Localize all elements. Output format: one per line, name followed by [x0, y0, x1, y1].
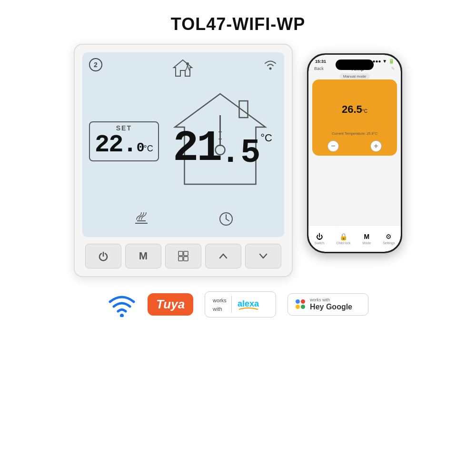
- page-title: TOL47-WIFI-WP: [0, 0, 476, 34]
- wifi-icon: [108, 292, 136, 316]
- svg-text:alexa: alexa: [238, 299, 259, 308]
- mode-button-label: M: [139, 250, 148, 262]
- right-section: 21 .5 °C: [163, 89, 278, 194]
- phone-mode-btn[interactable]: M Mode: [363, 233, 371, 245]
- alexa-logo-svg: alexa: [237, 296, 260, 313]
- mode-icon: M: [364, 233, 370, 240]
- thermostat-device: 2: [74, 44, 293, 277]
- google-hey-text: Hey Google: [310, 303, 352, 311]
- google-dots-icon: [296, 299, 306, 309]
- current-temp-display: 21 .5 °C: [173, 127, 272, 170]
- svg-rect-21: [184, 257, 188, 261]
- alexa-works-with-text: workswith: [213, 298, 227, 312]
- tuya-logo-text: Tuya: [156, 297, 185, 312]
- alexa-badge: workswith alexa: [205, 291, 276, 317]
- mode-button[interactable]: M: [125, 244, 161, 268]
- phone-screen: 15:31 ▲ ●●● ▼ 🔋 Back Temp ✎ Manual mode …: [308, 55, 401, 252]
- up-button[interactable]: [205, 244, 241, 268]
- left-section: SET 22. 0 °C: [89, 121, 158, 161]
- svg-point-6: [269, 68, 272, 70]
- wifi-badge: [108, 292, 136, 316]
- wifi-screen-icon: [263, 58, 278, 73]
- badges-row: Tuya workswith alexa works with Hey Goog…: [0, 291, 476, 317]
- back-button[interactable]: Back: [314, 66, 324, 71]
- smartphone: 15:31 ▲ ●●● ▼ 🔋 Back Temp ✎ Manual mode …: [307, 53, 402, 253]
- svg-marker-0: [174, 60, 192, 76]
- svg-point-1: [186, 62, 189, 65]
- google-works-with-text: works with: [310, 298, 352, 303]
- phone-plus-button[interactable]: +: [370, 140, 382, 152]
- phone-settings-btn[interactable]: ⚙ Settings: [383, 233, 395, 245]
- set-temp-unit: °C: [143, 144, 153, 154]
- childlock-icon: 🔒: [339, 233, 347, 240]
- svg-point-22: [120, 314, 124, 317]
- phone-bottom-bar: ⏻ Switch 🔒 Child lock M Mode ⚙ Settings: [308, 225, 401, 252]
- edit-icon[interactable]: ✎: [391, 66, 395, 71]
- current-temp-decimal: .5: [220, 137, 260, 170]
- settings-icon: ⚙: [386, 233, 392, 240]
- button-row: M: [82, 244, 284, 268]
- switch-icon: ⏻: [316, 233, 323, 240]
- phone-minus-button[interactable]: −: [327, 140, 339, 152]
- svg-rect-19: [184, 251, 188, 256]
- phone-switch-btn[interactable]: ⏻ Switch: [315, 233, 325, 245]
- childlock-label: Child lock: [336, 241, 350, 245]
- mode-badge[interactable]: Manual mode: [339, 73, 370, 79]
- settings-label: Settings: [383, 241, 395, 245]
- main-area: 2: [0, 44, 476, 277]
- phone-current-temp-label: Current Temperature: 25.9°C: [332, 131, 377, 136]
- phone-temp-circle: 26.5 °C: [328, 90, 381, 129]
- svg-rect-20: [178, 257, 183, 261]
- set-temp-decimal: 0: [137, 141, 144, 155]
- current-temp-unit: °C: [260, 132, 272, 144]
- screen-top-icons: 2: [89, 58, 278, 77]
- mode-label: Mode: [363, 241, 371, 245]
- dynamic-island: [336, 60, 374, 70]
- svg-line-4: [185, 69, 187, 71]
- svg-line-17: [226, 219, 229, 221]
- phone-temp-controls: − +: [316, 140, 393, 152]
- screen-bottom-icons: [89, 208, 278, 231]
- phone-temp-value: 26.5 °C: [342, 103, 367, 116]
- program-button[interactable]: [165, 244, 201, 268]
- current-temp-whole: 21: [173, 127, 220, 170]
- schedule-number-icon: 2: [89, 58, 102, 71]
- phone-childlock-btn[interactable]: 🔒 Child lock: [336, 233, 350, 245]
- screen-body: SET 22. 0 °C: [89, 75, 278, 208]
- thermostat-screen: 2: [82, 52, 284, 237]
- set-temp-value: 22.: [95, 133, 137, 158]
- svg-rect-18: [178, 251, 183, 256]
- set-temperature-box: SET 22. 0 °C: [89, 121, 159, 161]
- google-badge: works with Hey Google: [288, 293, 368, 316]
- tuya-badge: Tuya: [148, 293, 193, 316]
- power-button[interactable]: [85, 244, 121, 268]
- phone-time: 15:31: [315, 59, 326, 64]
- phone-orange-section: 26.5 °C Current Temperature: 25.9°C − +: [312, 79, 397, 156]
- heating-icon: [133, 211, 149, 229]
- switch-label: Switch: [315, 241, 325, 245]
- clock-icon: [218, 211, 234, 229]
- svg-line-3: [188, 65, 188, 69]
- down-button[interactable]: [245, 244, 281, 268]
